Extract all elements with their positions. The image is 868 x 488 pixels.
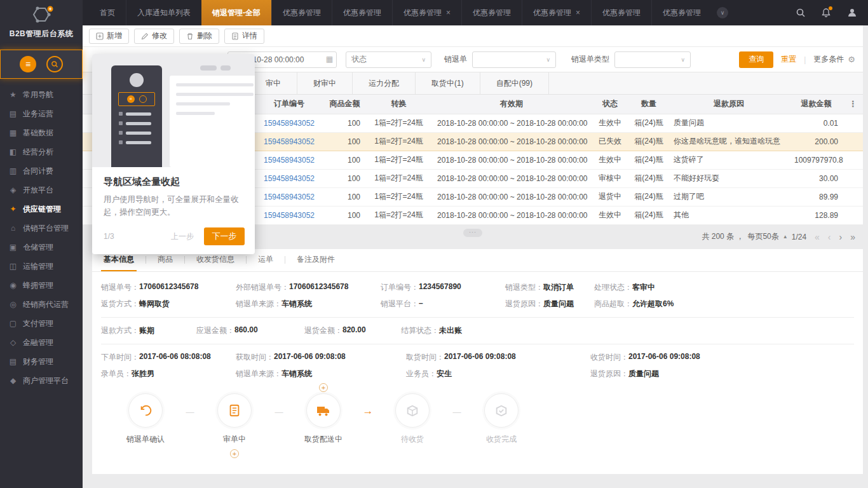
bee-icon: ◉ (8, 281, 18, 290)
column-settings-button[interactable]: ⋮ (843, 95, 863, 114)
sidebar-item-payment[interactable]: ▢支付管理 (0, 314, 83, 333)
subtab-capacity-allocation[interactable]: 运力分配 (353, 72, 416, 94)
divider: | (804, 55, 806, 64)
menu-toggle-button[interactable]: ≡ (20, 56, 36, 72)
tab-waybill[interactable]: 运单 (255, 248, 276, 271)
tour-hotspot-plus-icon[interactable]: + (230, 449, 239, 458)
edit-button-label: 修改 (152, 30, 167, 41)
chevron-down-icon: ∨ (421, 57, 426, 63)
tab-coupon-4[interactable]: 优惠券管理 (461, 0, 522, 25)
field-refund-method: 退款方式：账期 (101, 325, 196, 336)
collapse-handle-icon: ··· (469, 229, 477, 235)
tab-sales-return-all[interactable]: 销退管理-全部 (201, 0, 271, 25)
sidebar-item-business-ops[interactable]: ▤业务运营 (0, 104, 83, 123)
sidebar-item-swarm[interactable]: ◉蜂拥管理 (0, 276, 83, 295)
more-conditions-button[interactable]: 更多条件 ⚙ (813, 54, 855, 65)
tour-prev-button[interactable]: 上一步 (171, 231, 194, 242)
order-select[interactable]: ∨ (472, 51, 556, 68)
sidebar-item-transport[interactable]: ◫运输管理 (0, 257, 83, 276)
truck-icon: ◫ (8, 262, 18, 271)
nav-search-button[interactable] (46, 56, 63, 72)
subtab-self-delivery[interactable]: 自配中(99) (480, 72, 549, 94)
tab-coupon-3[interactable]: 优惠券管理× (392, 0, 461, 25)
sidebar-item-finance[interactable]: ◇金融管理 (0, 333, 83, 352)
sidebar-item-label: 供应链管理 (23, 204, 61, 215)
sidebar-item-common-nav[interactable]: ★常用导航 (0, 85, 83, 104)
next-page-button[interactable]: › (839, 232, 843, 242)
cell-amount: 100 (324, 132, 365, 151)
sidebar-item-label: 商户管理平台 (23, 376, 69, 386)
tab-close-icon[interactable]: × (446, 8, 451, 17)
tab-close-icon[interactable]: × (576, 8, 580, 17)
tab-coupon-1[interactable]: 优惠券管理 (271, 0, 332, 25)
collapse-handle[interactable]: ··· (463, 229, 482, 237)
order-link[interactable]: 159458943052 (264, 156, 315, 165)
calendar-icon: ▦ (326, 55, 333, 64)
query-button[interactable]: 查询 (739, 51, 773, 68)
hexagon-logo-icon (29, 5, 54, 25)
add-button-label: 新增 (107, 30, 122, 41)
tab-coupon-6[interactable]: 优惠券管理 (591, 0, 651, 25)
tab-inbound-notice-list[interactable]: 入库通知单列表 (126, 0, 201, 25)
sidebar-item-warehouse[interactable]: ▣仓储管理 (0, 238, 83, 257)
field-over-pick: 商品超取：允许超取6% (594, 299, 674, 309)
last-page-button[interactable]: » (850, 232, 855, 242)
shop-icon: ◆ (8, 376, 18, 385)
detail-panel: 基本信息 商品 收发货信息 运单 备注及附件 销退单号：170606123456… (92, 249, 863, 474)
cell-conversion: 1箱=2打=24瓶 (365, 151, 432, 169)
tour-hotspot-plus-icon[interactable]: + (319, 383, 328, 392)
reset-link[interactable]: 重置 (781, 54, 796, 65)
delete-button[interactable]: 删除 (179, 29, 219, 44)
user-menu-button[interactable] (846, 7, 858, 18)
field-row: 返货方式：蜂网取货 销退单来源：车销系统 销退平台：– 退货原因：质量问题 商品… (101, 299, 854, 309)
cell-validity: 2018-10-28 00:00:00 ~ 2018-10-28 00:00:0… (432, 169, 591, 187)
tab-coupon-7[interactable]: 优惠券管理 (651, 0, 712, 25)
order-link[interactable]: 159458943052 (264, 193, 315, 201)
chevron-down-icon: ∨ (681, 57, 685, 63)
tab-label: 优惠券管理 (343, 8, 381, 18)
order-link[interactable]: 159458943052 (264, 137, 315, 146)
col-conversion: 转换 (365, 95, 432, 114)
order-link[interactable]: 159458943052 (264, 119, 315, 128)
detail-button[interactable]: 详情 (224, 29, 264, 44)
col-status: 状态 (591, 95, 629, 114)
package-icon (405, 403, 419, 417)
first-page-button[interactable]: « (815, 232, 820, 242)
global-search-button[interactable] (796, 8, 806, 18)
status-badge: 已失效 (591, 132, 629, 151)
subtab-finance-review[interactable]: 财审中 (297, 72, 353, 94)
add-button[interactable]: 新增 (89, 29, 129, 44)
tab-home[interactable]: 首页 (89, 0, 126, 25)
sidebar-item-supply-chain[interactable]: ✦供应链管理 (0, 200, 83, 219)
tab-remarks-attachments[interactable]: 备注及附件 (294, 248, 337, 271)
detail-body: 销退单号：17060612345678 外部销退单号：1706061234567… (92, 272, 863, 474)
sidebar-item-base-data[interactable]: ▦基础数据 (0, 123, 83, 142)
mini-avatar (130, 73, 144, 87)
notifications-button[interactable] (821, 8, 831, 18)
field-return-source: 销退单来源：车销系统 (236, 299, 381, 309)
edit-button[interactable]: 修改 (134, 29, 174, 44)
tab-coupon-5[interactable]: 优惠券管理× (522, 0, 591, 25)
type-select[interactable]: ∨ (614, 51, 691, 68)
status-select[interactable]: 状态 ∨ (346, 51, 431, 68)
sidebar-item-contract-billing[interactable]: ▥合同计费 (0, 161, 83, 180)
sidebar-item-accounting[interactable]: ▤财务管理 (0, 352, 83, 371)
subtab-review[interactable]: 审中 (249, 72, 297, 94)
tour-next-button[interactable]: 下一步 (204, 227, 245, 245)
subtab-pickup[interactable]: 取货中(1) (416, 72, 480, 94)
sidebar-item-label: 财务管理 (23, 356, 53, 367)
order-link[interactable]: 159458943052 (264, 174, 315, 183)
sidebar-item-merchant-platform[interactable]: ◆商户管理平台 (0, 371, 83, 390)
sidebar-item-dealer-ops[interactable]: ◎经销商代运营 (0, 295, 83, 314)
tab-overflow-button[interactable]: ∨ (717, 7, 728, 18)
ledger-icon: ▤ (8, 357, 18, 366)
sidebar-item-open-platform[interactable]: ◈开放平台 (0, 180, 83, 200)
status-badge: 生效中 (591, 151, 629, 169)
sidebar-item-distribution-platform[interactable]: ⌂供销平台管理 (0, 219, 83, 238)
tab-coupon-2[interactable]: 优惠券管理 (332, 0, 392, 25)
field-return-platform: 销退平台：– (381, 299, 505, 309)
prev-page-button[interactable]: ‹ (828, 232, 831, 242)
page-size-select[interactable]: 每页50条 (747, 231, 778, 242)
order-link[interactable]: 159458943052 (264, 211, 315, 220)
sidebar-item-business-analysis[interactable]: ◧经营分析 (0, 142, 83, 161)
